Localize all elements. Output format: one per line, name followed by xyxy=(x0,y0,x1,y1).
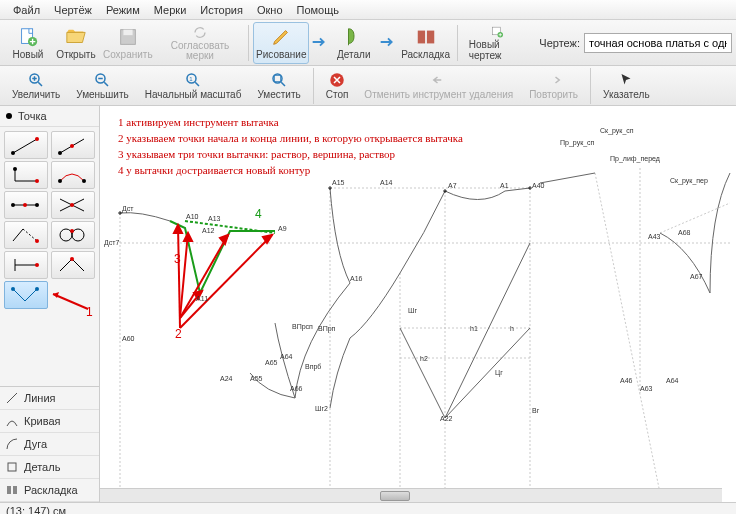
svg-line-15 xyxy=(13,139,37,153)
mode-curve[interactable]: Кривая xyxy=(0,410,99,433)
tool-6[interactable] xyxy=(51,191,95,219)
svg-rect-13 xyxy=(275,76,281,82)
view-toolbar: Увеличить Уменьшить 1 Начальный масштаб … xyxy=(0,66,736,106)
svg-rect-4 xyxy=(417,30,424,43)
tool-10[interactable] xyxy=(51,251,95,279)
cursor-coords: (13; 147) см xyxy=(6,505,66,514)
drawing-name-input[interactable] xyxy=(584,33,732,53)
mode-layout[interactable]: Раскладка xyxy=(0,479,99,502)
zoom-in-button[interactable]: Увеличить xyxy=(4,68,68,104)
svg-rect-51 xyxy=(13,486,17,494)
menu-file[interactable]: Файл xyxy=(6,2,47,18)
svg-line-35 xyxy=(23,229,37,241)
horizontal-scrollbar[interactable] xyxy=(100,488,722,502)
curve-icon xyxy=(6,415,18,427)
menu-history[interactable]: История xyxy=(193,2,250,18)
tool-category-head[interactable]: Точка xyxy=(0,106,99,127)
svg-text:А7: А7 xyxy=(448,182,457,189)
svg-text:ВПрп: ВПрп xyxy=(318,325,336,333)
svg-text:Шг2: Шг2 xyxy=(315,405,328,412)
svg-point-28 xyxy=(11,203,15,207)
svg-text:4: 4 xyxy=(255,207,262,221)
detail-icon xyxy=(6,461,18,473)
svg-text:Цг: Цг xyxy=(495,369,503,377)
svg-line-61 xyxy=(595,173,660,493)
layout-button[interactable]: Раскладка xyxy=(398,22,453,64)
zoom-default-icon: 1 xyxy=(184,71,202,89)
svg-text:Ск_рук_сп: Ск_рук_сп xyxy=(600,127,634,135)
svg-text:А43: А43 xyxy=(648,233,661,240)
svg-text:А24: А24 xyxy=(220,375,233,382)
mode-line[interactable]: Линия xyxy=(0,387,99,410)
svg-rect-50 xyxy=(7,486,11,494)
undo-icon xyxy=(430,71,448,89)
svg-rect-49 xyxy=(8,463,16,471)
save-button[interactable]: Сохранить xyxy=(100,22,156,64)
undo-button[interactable]: Отменить инструмент удаления xyxy=(356,68,521,104)
zoom-out-button[interactable]: Уменьшить xyxy=(68,68,136,104)
drawing-canvas[interactable]: 1 активируем инструмент вытачка 2 указыв… xyxy=(100,106,736,502)
svg-line-69 xyxy=(180,235,272,328)
zoom-in-icon xyxy=(27,71,45,89)
svg-text:2: 2 xyxy=(175,327,182,341)
layout-list-icon xyxy=(6,484,18,496)
menu-measures[interactable]: Мерки xyxy=(147,2,193,18)
open-button[interactable]: Открыть xyxy=(52,22,100,64)
redo-button[interactable]: Повторить xyxy=(521,68,586,104)
layout-icon xyxy=(415,26,437,48)
svg-point-36 xyxy=(35,239,39,243)
svg-text:Ск_рук_пер: Ск_рук_пер xyxy=(670,177,708,185)
drawing-label: Чертеж: xyxy=(539,37,580,49)
pointer-button[interactable]: Указатель xyxy=(595,68,658,104)
stop-button[interactable]: Стоп xyxy=(318,68,357,104)
svg-line-44 xyxy=(72,259,84,271)
line-icon xyxy=(6,392,18,404)
tool-4[interactable] xyxy=(51,161,95,189)
menu-window[interactable]: Окно xyxy=(250,2,290,18)
svg-point-20 xyxy=(70,144,74,148)
menu-mode[interactable]: Режим xyxy=(99,2,147,18)
menu-help[interactable]: Помощь xyxy=(290,2,347,18)
zoom-default-button[interactable]: 1 Начальный масштаб xyxy=(137,68,250,104)
mode-detail[interactable]: Деталь xyxy=(0,456,99,479)
arc-icon xyxy=(6,438,18,450)
svg-point-23 xyxy=(13,167,17,171)
zoom-fit-button[interactable]: Уместить xyxy=(249,68,308,104)
new-button[interactable]: Новый xyxy=(4,22,52,64)
tool-8[interactable] xyxy=(51,221,95,249)
new-drawing-button[interactable]: Новый чертеж xyxy=(462,22,532,64)
tool-1[interactable] xyxy=(4,131,48,159)
tool-dart[interactable] xyxy=(4,281,48,309)
callout-1: 1 xyxy=(86,305,93,319)
tool-5[interactable] xyxy=(4,191,48,219)
menu-drawing[interactable]: Чертёж xyxy=(47,2,99,18)
svg-point-45 xyxy=(70,257,74,261)
svg-line-34 xyxy=(13,229,23,241)
sync-icon xyxy=(189,25,211,40)
tool-9[interactable] xyxy=(4,251,48,279)
svg-text:Дст7: Дст7 xyxy=(104,239,119,247)
details-button[interactable]: Детали xyxy=(330,22,378,64)
svg-line-43 xyxy=(60,259,72,271)
new-file-icon xyxy=(17,26,39,48)
svg-point-30 xyxy=(35,203,39,207)
tool-3[interactable] xyxy=(4,161,48,189)
svg-text:А11: А11 xyxy=(196,295,209,302)
svg-line-48 xyxy=(7,393,17,403)
mode-arc[interactable]: Дуга xyxy=(0,433,99,456)
zoom-fit-icon xyxy=(270,71,288,89)
pointer-icon xyxy=(617,71,635,89)
tool-panel: Точка 1 Линия Кривая Дуга Деталь Расклад… xyxy=(0,106,100,502)
svg-text:А46: А46 xyxy=(620,377,633,384)
sync-measures-button[interactable]: Согласовать мерки xyxy=(156,22,245,64)
tool-2[interactable] xyxy=(51,131,95,159)
svg-point-39 xyxy=(70,229,74,233)
svg-point-26 xyxy=(82,179,86,183)
draw-mode-button[interactable]: Рисование xyxy=(253,22,309,64)
svg-point-24 xyxy=(35,179,39,183)
svg-point-25 xyxy=(58,179,62,183)
svg-text:А9: А9 xyxy=(278,225,287,232)
svg-text:А64: А64 xyxy=(280,353,293,360)
tool-7[interactable] xyxy=(4,221,48,249)
svg-text:А65: А65 xyxy=(265,359,278,366)
